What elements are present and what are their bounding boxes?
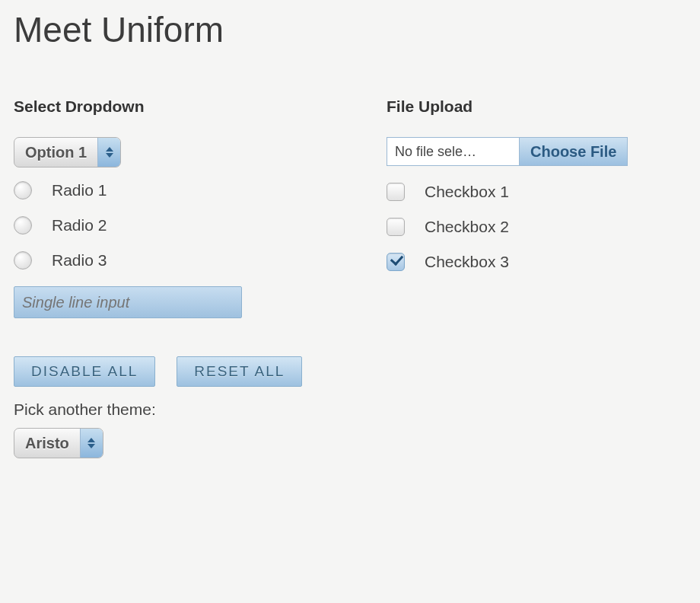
- select-dropdown-heading: Select Dropdown: [14, 97, 326, 116]
- checkbox-3[interactable]: [387, 253, 405, 271]
- page-title: Meet Uniform: [14, 9, 686, 50]
- option-select[interactable]: Option 1: [14, 137, 121, 168]
- disable-all-button[interactable]: DISABLE ALL: [14, 356, 155, 387]
- select-stepper-icon: [80, 429, 103, 458]
- select-value: Option 1: [14, 144, 97, 161]
- checkbox-row: Checkbox 3: [387, 253, 698, 271]
- radio-row: Radio 1: [14, 181, 326, 199]
- radio-label: Radio 3: [52, 251, 107, 270]
- checkbox-1[interactable]: [387, 183, 405, 201]
- file-upload-heading: File Upload: [387, 97, 698, 116]
- radio-label: Radio 2: [52, 216, 107, 234]
- file-name: No file sele…: [387, 138, 520, 165]
- single-line-input[interactable]: [14, 286, 242, 318]
- checkbox-row: Checkbox 1: [387, 183, 698, 201]
- reset-all-button[interactable]: RESET ALL: [177, 356, 302, 387]
- theme-label: Pick another theme:: [14, 400, 326, 419]
- radio-1[interactable]: [14, 181, 32, 199]
- checkbox-label: Checkbox 2: [425, 218, 509, 236]
- theme-value: Aristo: [14, 435, 80, 452]
- radio-label: Radio 1: [52, 181, 107, 199]
- left-column: Select Dropdown Option 1 Radio 1 Radio 2…: [14, 97, 326, 472]
- file-upload[interactable]: No file sele… Choose File: [387, 137, 628, 166]
- checkbox-label: Checkbox 1: [425, 183, 509, 201]
- choose-file-button[interactable]: Choose File: [520, 138, 627, 165]
- radio-3[interactable]: [14, 251, 32, 270]
- checkbox-2[interactable]: [387, 218, 405, 236]
- select-stepper-icon: [97, 138, 120, 167]
- right-column: File Upload No file sele… Choose File Ch…: [387, 97, 698, 472]
- radio-2[interactable]: [14, 216, 32, 234]
- theme-select[interactable]: Aristo: [14, 428, 103, 458]
- radio-row: Radio 2: [14, 216, 326, 234]
- checkbox-label: Checkbox 3: [425, 253, 509, 271]
- radio-row: Radio 3: [14, 251, 326, 270]
- checkbox-row: Checkbox 2: [387, 218, 698, 236]
